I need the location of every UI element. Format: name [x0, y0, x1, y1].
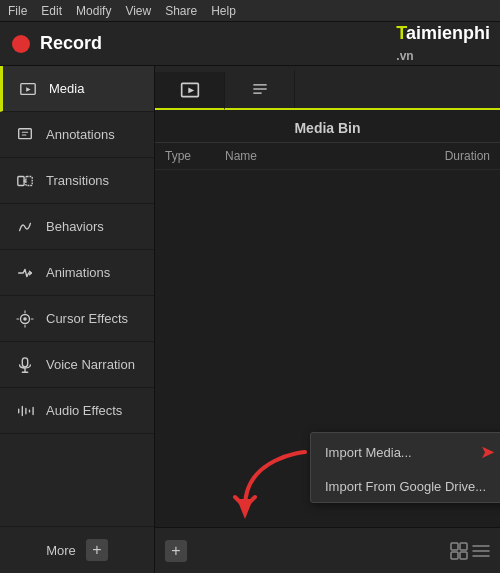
col-duration: Duration — [420, 149, 490, 163]
tabs — [155, 66, 500, 110]
sidebar-label-animations: Animations — [46, 265, 110, 280]
grid-view-buttons — [450, 542, 490, 560]
content-area: Media Bin Type Name Duration Import Medi… — [155, 66, 500, 573]
import-google-label: Import From Google Drive... — [325, 479, 486, 494]
sidebar-label-cursor-effects: Cursor Effects — [46, 311, 128, 326]
sidebar-item-behaviors[interactable]: Behaviors — [0, 204, 154, 250]
watermark-vn: .vn — [396, 49, 413, 63]
record-icon — [12, 35, 30, 53]
cursor-effects-icon — [14, 308, 36, 330]
tab-media[interactable] — [155, 72, 225, 110]
title-bar: Record Taimienphi .vn — [0, 22, 500, 66]
sidebar-item-media[interactable]: Media — [0, 66, 154, 112]
table-header: Type Name Duration — [155, 143, 500, 170]
app-title: Record — [40, 33, 102, 54]
menu-bar: File Edit Modify View Share Help — [0, 0, 500, 22]
sidebar-label-audio-effects: Audio Effects — [46, 403, 122, 418]
svg-rect-17 — [460, 552, 467, 559]
list-icon[interactable] — [472, 542, 490, 560]
col-name: Name — [225, 149, 410, 163]
svg-rect-7 — [22, 357, 27, 366]
annotations-icon — [14, 124, 36, 146]
svg-rect-2 — [19, 128, 32, 138]
sidebar-item-annotations[interactable]: Annotations — [0, 112, 154, 158]
import-media-item[interactable]: Import Media... ➤ — [311, 433, 500, 471]
svg-rect-14 — [451, 543, 458, 550]
main-layout: Media Annotations Transitions Behaviors — [0, 66, 500, 573]
sidebar-bottom: More + — [0, 526, 154, 573]
import-media-label: Import Media... — [325, 445, 412, 460]
menu-modify[interactable]: Modify — [76, 4, 111, 18]
sidebar-label-transitions: Transitions — [46, 173, 109, 188]
svg-marker-9 — [188, 88, 194, 94]
svg-marker-1 — [26, 87, 31, 92]
svg-point-6 — [23, 317, 27, 321]
behaviors-icon — [14, 216, 36, 238]
voice-narration-icon — [14, 354, 36, 376]
sidebar-label-annotations: Annotations — [46, 127, 115, 142]
watermark: Taimienphi .vn — [396, 23, 490, 65]
col-type: Type — [165, 149, 215, 163]
grid-icon[interactable] — [450, 542, 468, 560]
bottom-plus-button[interactable]: + — [165, 540, 187, 562]
menu-edit[interactable]: Edit — [41, 4, 62, 18]
menu-view[interactable]: View — [125, 4, 151, 18]
sidebar-item-animations[interactable]: Animations — [0, 250, 154, 296]
svg-rect-16 — [451, 552, 458, 559]
media-bin-header: Media Bin — [155, 110, 500, 143]
import-google-item[interactable]: Import From Google Drive... — [311, 471, 500, 502]
watermark-t: T — [396, 23, 406, 43]
bottom-bar: + — [155, 527, 500, 573]
svg-rect-3 — [18, 176, 24, 185]
sidebar-item-voice-narration[interactable]: Voice Narration — [0, 342, 154, 388]
transitions-icon — [14, 170, 36, 192]
animations-icon — [14, 262, 36, 284]
sidebar-item-transitions[interactable]: Transitions — [0, 158, 154, 204]
add-more-button[interactable]: + — [86, 539, 108, 561]
watermark-rest: aimienphi — [406, 23, 490, 43]
sidebar-label-behaviors: Behaviors — [46, 219, 104, 234]
menu-help[interactable]: Help — [211, 4, 236, 18]
menu-file[interactable]: File — [8, 4, 27, 18]
more-button[interactable]: More + — [0, 527, 154, 573]
svg-rect-15 — [460, 543, 467, 550]
audio-effects-icon — [14, 400, 36, 422]
context-menu: Import Media... ➤ Import From Google Dri… — [310, 432, 500, 503]
sidebar-label-voice-narration: Voice Narration — [46, 357, 135, 372]
arrow-right-indicator: ➤ — [480, 441, 495, 463]
sidebar-item-audio-effects[interactable]: Audio Effects — [0, 388, 154, 434]
media-icon — [17, 78, 39, 100]
tab-list[interactable] — [225, 70, 295, 108]
sidebar: Media Annotations Transitions Behaviors — [0, 66, 155, 573]
more-label: More — [46, 543, 76, 558]
sidebar-label-media: Media — [49, 81, 84, 96]
sidebar-item-cursor-effects[interactable]: Cursor Effects — [0, 296, 154, 342]
menu-share[interactable]: Share — [165, 4, 197, 18]
svg-rect-4 — [26, 176, 32, 185]
